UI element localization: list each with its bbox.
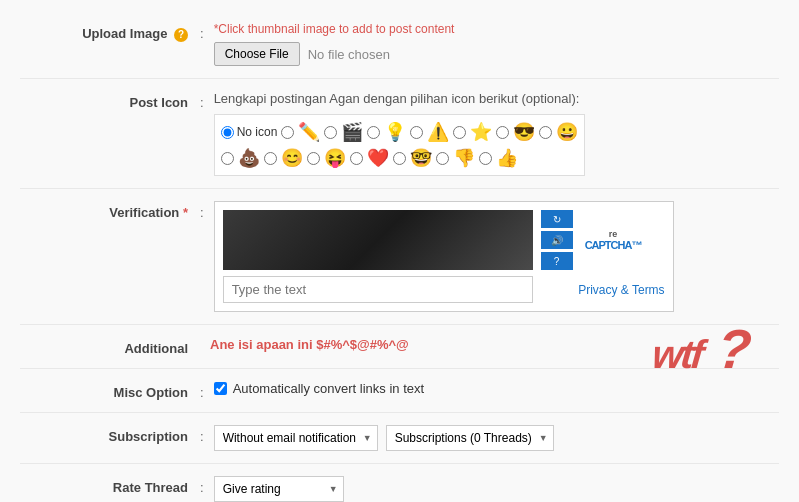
captcha-controls: ↻ 🔊 ?	[541, 210, 573, 270]
no-icon-radio[interactable]	[221, 126, 234, 139]
captcha-text-input[interactable]	[223, 276, 533, 303]
icon-radio-10[interactable]	[307, 152, 320, 165]
email-notification-wrapper: Without email notification	[214, 425, 378, 451]
icon-radio-14[interactable]	[479, 152, 492, 165]
icon-radio-7[interactable]	[539, 126, 552, 139]
no-icon-label: No icon	[237, 125, 278, 139]
icon-radio-4[interactable]	[410, 126, 423, 139]
blush-icon[interactable]: 😊	[281, 147, 303, 169]
post-icon-description: Lengkapi postingan Agan dengan pilihan i…	[214, 91, 779, 106]
icon-radio-5[interactable]	[453, 126, 466, 139]
icon-radio-13[interactable]	[436, 152, 449, 165]
icon-radio-9[interactable]	[264, 152, 277, 165]
rate-thread-label: Rate Thread	[113, 480, 188, 495]
additional-text: Ane isi apaan ini $#%^$@#%^@	[210, 337, 409, 352]
subscriptions-select[interactable]: Subscriptions (0 Threads)	[386, 425, 554, 451]
cool-icon[interactable]: 😎	[513, 121, 535, 143]
wtf-text: wtf ?	[650, 317, 752, 381]
convert-links-label: Automatically convert links in text	[233, 381, 424, 396]
tongue-icon[interactable]: 😝	[324, 147, 346, 169]
misc-option-checkbox-row[interactable]: Automatically convert links in text	[214, 381, 779, 396]
warning-icon[interactable]: ⚠️	[427, 121, 449, 143]
bulb-icon[interactable]: 💡	[384, 121, 406, 143]
icon-radio-11[interactable]	[350, 152, 363, 165]
captcha-logo-area: re CAPTCHA™	[581, 210, 642, 270]
smile-icon[interactable]: 😀	[556, 121, 578, 143]
icon-radio-3[interactable]	[367, 126, 380, 139]
captcha-refresh-btn[interactable]: ↻	[541, 210, 573, 228]
additional-label: Additional	[124, 341, 188, 356]
poop-icon[interactable]: 💩	[238, 147, 260, 169]
pencil-icon[interactable]: ✏️	[298, 121, 320, 143]
captcha-box: ↻ 🔊 ? re CAPTCHA™ Privacy & Terms	[214, 201, 674, 312]
upload-image-label: Upload Image	[82, 26, 167, 41]
help-icon[interactable]: ?	[174, 28, 188, 42]
captcha-image	[223, 210, 533, 270]
thumbsdown-icon[interactable]: 👎	[453, 147, 475, 169]
email-notification-select[interactable]: Without email notification	[214, 425, 378, 451]
subscription-selects: Without email notification Subscriptions…	[214, 425, 779, 451]
verification-label: Verification	[109, 205, 179, 220]
upload-hint: *Click thumbnail image to add to post co…	[214, 22, 779, 36]
give-rating-select[interactable]: Give rating	[214, 476, 344, 502]
icon-radio-1[interactable]	[281, 126, 294, 139]
subscriptions-wrapper: Subscriptions (0 Threads)	[386, 425, 554, 451]
give-rating-wrapper: Give rating	[214, 476, 344, 502]
post-icon-label: Post Icon	[129, 95, 188, 110]
heart-icon[interactable]: ❤️	[367, 147, 389, 169]
required-star: *	[183, 205, 188, 220]
subscription-label: Subscription	[109, 429, 188, 444]
captcha-help-btn[interactable]: ?	[541, 252, 573, 270]
icon-grid: No icon ✏️ 🎬 💡 ⚠️ ⭐ 😎 😀	[214, 114, 586, 176]
icon-radio-2[interactable]	[324, 126, 337, 139]
thumbsup-icon[interactable]: 👍	[496, 147, 518, 169]
choose-file-button[interactable]: Choose File	[214, 42, 300, 66]
glasses-icon[interactable]: 🤓	[410, 147, 432, 169]
star-icon[interactable]: ⭐	[470, 121, 492, 143]
icon-radio-6[interactable]	[496, 126, 509, 139]
privacy-terms-link[interactable]: Privacy & Terms	[578, 283, 664, 297]
convert-links-checkbox[interactable]	[214, 382, 227, 395]
no-icon-option[interactable]: No icon	[221, 125, 278, 139]
no-file-text: No file chosen	[308, 47, 390, 62]
captcha-audio-btn[interactable]: 🔊	[541, 231, 573, 249]
clapper-icon[interactable]: 🎬	[341, 121, 363, 143]
icon-radio-12[interactable]	[393, 152, 406, 165]
misc-option-label: Misc Option	[114, 385, 188, 400]
icon-radio-8[interactable]	[221, 152, 234, 165]
